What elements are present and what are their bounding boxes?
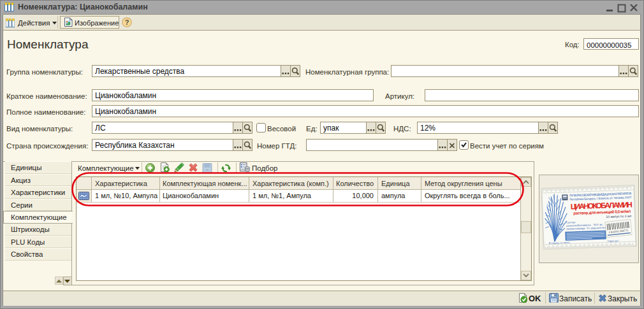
svg-text:Годен до |: Годен до | — [608, 240, 619, 243]
